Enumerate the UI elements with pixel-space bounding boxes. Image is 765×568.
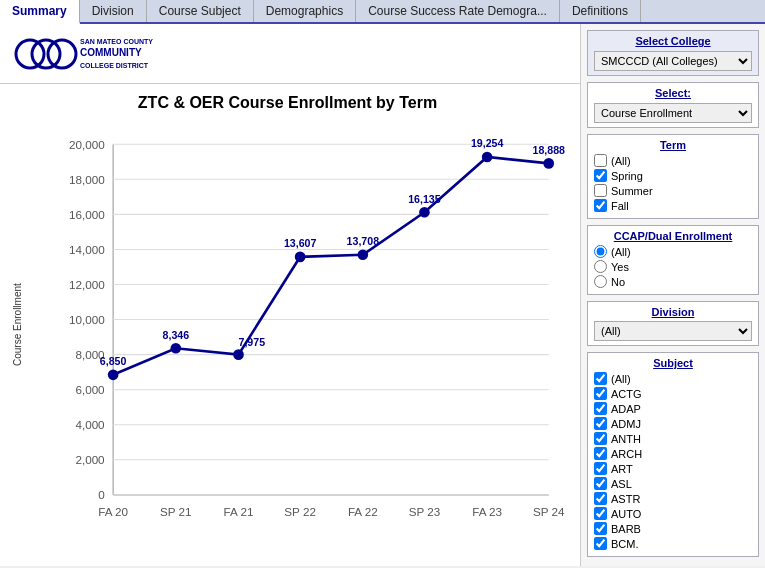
division-select[interactable]: (All)	[594, 321, 752, 341]
term-filter-title: Term	[594, 139, 752, 151]
ccap-no-label: No	[611, 276, 625, 288]
svg-point-42	[358, 249, 369, 260]
subject-arch-label: ARCH	[611, 448, 642, 460]
tab-division[interactable]: Division	[80, 0, 147, 22]
logo: SAN MATEO COUNTY COMMUNITY COLLEGE DISTR…	[10, 30, 170, 78]
subject-barb-checkbox[interactable]	[594, 522, 607, 535]
svg-text:16,135: 16,135	[408, 193, 441, 205]
term-summer: Summer	[594, 184, 752, 197]
term-summer-checkbox[interactable]	[594, 184, 607, 197]
subject-filter: Subject (All) ACTG ADAP ADMJ ANTH	[587, 352, 759, 557]
subject-arch-checkbox[interactable]	[594, 447, 607, 460]
svg-text:18,000: 18,000	[69, 173, 105, 186]
term-spring-checkbox[interactable]	[594, 169, 607, 182]
college-select[interactable]: SMCCCD (All Colleges)	[594, 51, 752, 71]
svg-point-44	[482, 152, 493, 163]
y-axis-label: Course Enrollment	[12, 283, 23, 366]
subject-all-checkbox[interactable]	[594, 372, 607, 385]
subject-actg: ACTG	[594, 387, 752, 400]
svg-text:SP 21: SP 21	[160, 505, 192, 518]
header-bar: SAN MATEO COUNTY COMMUNITY COLLEGE DISTR…	[0, 24, 580, 84]
svg-point-45	[543, 158, 554, 169]
subject-astr-checkbox[interactable]	[594, 492, 607, 505]
division-filter: Division (All)	[587, 301, 759, 346]
tab-definitions[interactable]: Definitions	[560, 0, 641, 22]
term-fall-label: Fall	[611, 200, 629, 212]
svg-text:6,850: 6,850	[100, 355, 127, 367]
svg-text:13,708: 13,708	[347, 235, 380, 247]
subject-art-checkbox[interactable]	[594, 462, 607, 475]
subject-all: (All)	[594, 372, 752, 385]
subject-bcm-checkbox[interactable]	[594, 537, 607, 550]
subject-art-label: ART	[611, 463, 633, 475]
svg-text:SAN MATEO COUNTY: SAN MATEO COUNTY	[80, 38, 153, 45]
subject-bcm-label: BCM.	[611, 538, 639, 550]
subject-adap-label: ADAP	[611, 403, 641, 415]
subject-astr: ASTR	[594, 492, 752, 505]
subject-actg-checkbox[interactable]	[594, 387, 607, 400]
select-title: Select:	[594, 87, 752, 99]
svg-text:FA 20: FA 20	[98, 505, 128, 518]
svg-text:FA 23: FA 23	[472, 505, 502, 518]
term-all-checkbox[interactable]	[594, 154, 607, 167]
subject-astr-label: ASTR	[611, 493, 640, 505]
svg-point-43	[419, 207, 430, 218]
svg-text:4,000: 4,000	[75, 418, 105, 431]
svg-point-0	[16, 40, 44, 68]
svg-text:16,000: 16,000	[69, 208, 105, 221]
svg-text:FA 21: FA 21	[224, 505, 254, 518]
ccap-yes-radio[interactable]	[594, 260, 607, 273]
svg-text:8,346: 8,346	[163, 329, 190, 341]
svg-text:SP 23: SP 23	[409, 505, 441, 518]
tab-course-success-rate[interactable]: Course Success Rate Demogra...	[356, 0, 560, 22]
ccap-filter-title: CCAP/Dual Enrollment	[594, 230, 752, 242]
chart-container: ZTC & OER Course Enrollment by Term Cour…	[0, 84, 580, 566]
svg-point-38	[108, 370, 119, 381]
svg-text:18,888: 18,888	[533, 144, 566, 156]
tab-course-subject[interactable]: Course Subject	[147, 0, 254, 22]
ccap-no-radio[interactable]	[594, 275, 607, 288]
ccap-all-radio[interactable]	[594, 245, 607, 258]
svg-text:FA 22: FA 22	[348, 505, 378, 518]
term-filter: Term (All) Spring Summer Fall	[587, 134, 759, 219]
svg-text:20,000: 20,000	[69, 138, 105, 151]
term-spring: Spring	[594, 169, 752, 182]
svg-text:COMMUNITY: COMMUNITY	[80, 47, 142, 58]
subject-asl-label: ASL	[611, 478, 632, 490]
tab-demographics[interactable]: Demographics	[254, 0, 356, 22]
term-all: (All)	[594, 154, 752, 167]
select-section: Select: Course Enrollment	[587, 82, 759, 128]
subject-auto-label: AUTO	[611, 508, 641, 520]
term-fall: Fall	[594, 199, 752, 212]
subject-auto-checkbox[interactable]	[594, 507, 607, 520]
subject-art: ART	[594, 462, 752, 475]
subject-anth-checkbox[interactable]	[594, 432, 607, 445]
svg-text:SP 22: SP 22	[284, 505, 316, 518]
svg-point-41	[295, 252, 306, 263]
subject-adap-checkbox[interactable]	[594, 402, 607, 415]
tab-summary[interactable]: Summary	[0, 0, 80, 24]
subject-barb: BARB	[594, 522, 752, 535]
subject-barb-label: BARB	[611, 523, 641, 535]
chart-title: ZTC & OER Course Enrollment by Term	[5, 94, 570, 112]
ccap-filter: CCAP/Dual Enrollment (All) Yes No	[587, 225, 759, 295]
svg-point-1	[32, 40, 60, 68]
ccap-all-label: (All)	[611, 246, 631, 258]
svg-text:0: 0	[98, 488, 105, 501]
subject-actg-label: ACTG	[611, 388, 642, 400]
tab-bar: Summary Division Course Subject Demograp…	[0, 0, 765, 24]
right-panel: Select College SMCCCD (All Colleges) Sel…	[580, 24, 765, 566]
svg-text:SP 24: SP 24	[533, 505, 565, 518]
svg-text:12,000: 12,000	[69, 278, 105, 291]
subject-anth: ANTH	[594, 432, 752, 445]
svg-text:19,254: 19,254	[471, 137, 504, 149]
left-panel: SAN MATEO COUNTY COMMUNITY COLLEGE DISTR…	[0, 24, 580, 566]
svg-point-2	[48, 40, 76, 68]
term-fall-checkbox[interactable]	[594, 199, 607, 212]
metric-select[interactable]: Course Enrollment	[594, 103, 752, 123]
main-layout: SAN MATEO COUNTY COMMUNITY COLLEGE DISTR…	[0, 24, 765, 566]
subject-asl-checkbox[interactable]	[594, 477, 607, 490]
term-summer-label: Summer	[611, 185, 653, 197]
subject-adap: ADAP	[594, 402, 752, 415]
subject-admj-checkbox[interactable]	[594, 417, 607, 430]
